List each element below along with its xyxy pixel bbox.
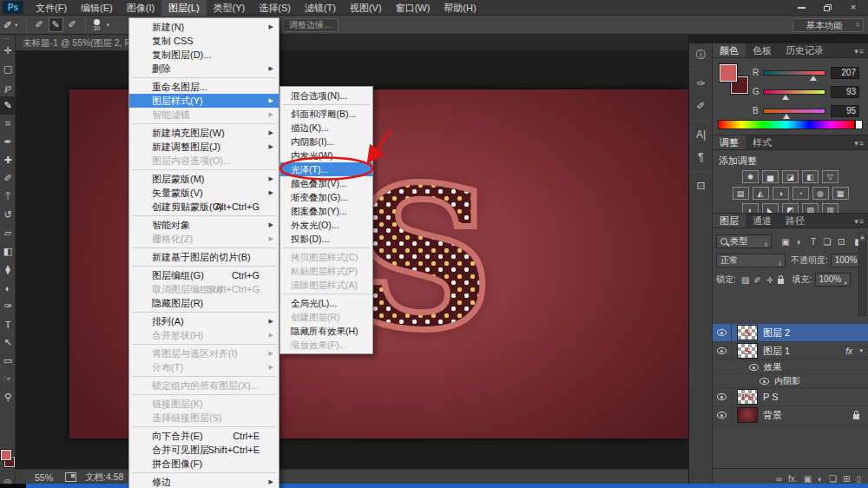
move-tool[interactable]: ✛ bbox=[0, 42, 16, 60]
layer-menu-item-6[interactable]: 图层样式(Y)▶ bbox=[129, 94, 279, 108]
brush-preset-icon[interactable]: ✐ bbox=[32, 17, 47, 32]
layer-fx-badge[interactable]: fx bbox=[845, 346, 852, 356]
menubar-item-7[interactable]: 滤镜(T) bbox=[298, 0, 343, 16]
layer-menu-item-14[interactable]: 智能对象▶ bbox=[129, 218, 279, 232]
style-submenu-item-5[interactable]: 内发光(W)... bbox=[280, 148, 372, 162]
fill-field[interactable]: 100% ▾ bbox=[815, 273, 851, 287]
color-panel-tab-1[interactable]: 颜色 bbox=[713, 43, 746, 57]
visibility-eye-icon[interactable] bbox=[749, 364, 759, 371]
slider-thumb[interactable] bbox=[783, 114, 790, 119]
dodge-tool[interactable]: ◐ bbox=[0, 279, 16, 297]
layer-menu-item-8[interactable]: 新建填充图层(W)▶ bbox=[129, 126, 279, 140]
style-submenu-item-9[interactable]: 图案叠加(Y)... bbox=[280, 204, 372, 218]
hue-saturation-icon[interactable]: ▤ bbox=[733, 187, 749, 200]
color-lookup-icon[interactable]: ▦ bbox=[832, 187, 849, 200]
brush-preset-icon[interactable]: ✐ bbox=[65, 17, 80, 32]
filter-type-layers-icon[interactable]: T bbox=[806, 234, 820, 248]
layer-row[interactable]: 背景 bbox=[713, 406, 868, 425]
filter-adjustment-layers-icon[interactable]: ◐ bbox=[792, 234, 806, 248]
layer-thumbnail[interactable]: S bbox=[737, 343, 758, 359]
path-selection-tool[interactable]: ↖ bbox=[0, 333, 16, 352]
link-layers-icon[interactable]: ∞ bbox=[776, 474, 782, 484]
style-submenu-item-17[interactable]: 隐藏所有效果(H) bbox=[280, 324, 372, 338]
zoom-tool[interactable]: ⚲ bbox=[0, 388, 16, 406]
channel-slider[interactable] bbox=[763, 89, 825, 95]
spectrum-white-chip[interactable] bbox=[855, 120, 863, 129]
color-balance-icon[interactable]: ◭ bbox=[753, 187, 769, 200]
style-submenu-item-1[interactable]: 混合选项(N)... bbox=[280, 89, 372, 102]
filter-smart-objects-icon[interactable]: ⊡ bbox=[834, 234, 848, 248]
menubar-item-5[interactable]: 类型(Y) bbox=[207, 0, 253, 16]
layer-menu-item-16[interactable]: 新建基于图层的切片(B) bbox=[129, 250, 279, 264]
brush-tool[interactable]: ✐ bbox=[0, 169, 16, 188]
layer-style-icon[interactable]: fx. bbox=[788, 474, 798, 484]
channel-value-field[interactable]: 93 bbox=[831, 86, 859, 98]
new-layer-icon[interactable]: ⊞ bbox=[843, 474, 850, 484]
layer-menu-item-17[interactable]: 图层编组(G)Ctrl+G bbox=[129, 268, 279, 282]
layer-thumbnail[interactable]: PS bbox=[737, 389, 758, 405]
gradient-tool[interactable]: ◧ bbox=[0, 242, 16, 260]
slider-thumb[interactable] bbox=[782, 95, 789, 100]
adjustments-panel-tab-2[interactable]: 样式 bbox=[746, 135, 779, 149]
brush-presets-panel-icon[interactable]: ✑ bbox=[689, 72, 713, 95]
character-panel-icon[interactable]: A| bbox=[689, 123, 713, 146]
layer-row[interactable]: S图层 2 bbox=[713, 324, 868, 342]
spot-healing-tool[interactable]: ✚ bbox=[0, 151, 16, 169]
channel-slider[interactable] bbox=[763, 109, 825, 114]
restore-button[interactable] bbox=[816, 2, 838, 13]
visibility-eye-icon[interactable] bbox=[760, 378, 769, 385]
color-spectrum-ramp[interactable] bbox=[718, 120, 855, 129]
brightness-contrast-icon[interactable]: ✺ bbox=[742, 170, 759, 183]
channel-value-field[interactable]: 95 bbox=[831, 105, 859, 117]
vibrance-icon[interactable]: ▽ bbox=[822, 170, 838, 183]
menubar-item-9[interactable]: 窗口(W) bbox=[389, 0, 437, 16]
delete-layer-icon[interactable]: ▯ bbox=[856, 474, 861, 484]
refine-edge-button[interactable]: 调整边缘… bbox=[283, 18, 339, 32]
new-adjustment-layer-icon[interactable]: ◐ bbox=[818, 474, 823, 484]
layer-group-icon[interactable]: ❏ bbox=[829, 474, 837, 484]
layer-menu-item-2[interactable]: 复制 CSS bbox=[129, 34, 279, 48]
style-submenu-item-7[interactable]: 颜色叠加(V)... bbox=[280, 176, 372, 190]
visibility-toggle[interactable] bbox=[713, 324, 732, 341]
layer-menu-item-13[interactable]: 创建剪贴蒙版(C)Alt+Ctrl+G bbox=[129, 200, 279, 214]
marquee-tool[interactable]: ▢ bbox=[0, 60, 16, 78]
layer-row[interactable]: PSP S bbox=[713, 388, 868, 406]
close-button[interactable]: × bbox=[842, 2, 865, 13]
channel-mixer-icon[interactable]: ◍ bbox=[812, 187, 829, 200]
layer-menu-item-28[interactable]: 合并可见图层Shift+Ctrl+E bbox=[129, 443, 279, 457]
slider-thumb[interactable] bbox=[810, 76, 817, 81]
menubar-item-4[interactable]: 图层(L) bbox=[161, 0, 206, 16]
collapse-effects-icon[interactable]: ▾ bbox=[859, 347, 863, 354]
visibility-toggle[interactable] bbox=[713, 406, 732, 424]
layer-menu-item-3[interactable]: 复制图层(D)... bbox=[129, 48, 279, 62]
blend-mode-select[interactable]: 正常 ⇕ bbox=[716, 254, 786, 267]
exposure-icon[interactable]: ◧ bbox=[802, 170, 819, 183]
photo-filter-icon[interactable]: ◔ bbox=[792, 187, 809, 200]
lock-pixels-icon[interactable]: ✐ bbox=[752, 273, 764, 287]
adjustments-panel-tab-1[interactable]: 调整 bbox=[713, 135, 746, 149]
layer-thumbnail[interactable]: S bbox=[737, 325, 758, 340]
channel-value-field[interactable]: 207 bbox=[831, 67, 859, 79]
style-submenu-item-8[interactable]: 渐变叠加(G)... bbox=[280, 190, 372, 204]
layer-filter-type-select[interactable]: 类型 ⇕ bbox=[716, 234, 772, 248]
info-panel-icon[interactable]: ⓘ bbox=[689, 43, 713, 66]
layers-scrollbar[interactable]: ▲ bbox=[858, 233, 866, 316]
brush-size-picker[interactable]: 30 bbox=[94, 19, 101, 31]
curves-icon[interactable]: ◪ bbox=[782, 170, 799, 183]
layer-row[interactable]: S图层 1fx▾ bbox=[713, 342, 868, 360]
layer-menu-item-12[interactable]: 矢量蒙版(V)▶ bbox=[129, 186, 279, 200]
panel-menu-icon[interactable]: ▾≡ bbox=[854, 217, 865, 226]
menubar-item-10[interactable]: 帮助(H) bbox=[437, 0, 483, 16]
crop-tool[interactable]: ⌗ bbox=[0, 115, 16, 133]
lock-all-icon[interactable] bbox=[778, 279, 784, 284]
layer-row[interactable]: 内阴影 bbox=[713, 374, 868, 388]
layer-menu-item-27[interactable]: 向下合并(E)Ctrl+E bbox=[129, 429, 279, 443]
minimize-button[interactable] bbox=[790, 2, 812, 13]
eyedropper-tool[interactable]: ✒ bbox=[0, 133, 16, 151]
menubar-item-8[interactable]: 视图(V) bbox=[343, 0, 389, 16]
layer-menu-item-11[interactable]: 图层蒙版(M)▶ bbox=[129, 172, 279, 186]
menubar-item-1[interactable]: 文件(F) bbox=[29, 0, 74, 16]
layer-menu-item-29[interactable]: 拼合图像(F) bbox=[129, 457, 279, 471]
brush-preset-icon-active[interactable]: ✎ bbox=[49, 17, 63, 32]
style-submenu-item-15[interactable]: 全局光(L)... bbox=[280, 296, 372, 310]
